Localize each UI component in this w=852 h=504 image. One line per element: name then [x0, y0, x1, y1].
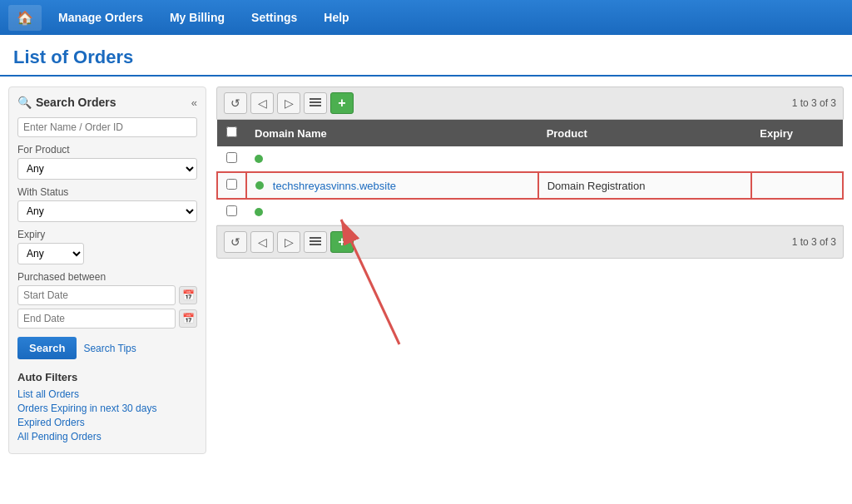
bottom-list-button[interactable] [304, 231, 327, 253]
row2-product-cell: Domain Registration [538, 172, 752, 199]
purchased-between-label: Purchased between [17, 271, 197, 283]
row3-domain-cell [246, 199, 538, 225]
top-navigation: 🏠 Manage Orders My Billing Settings Help [0, 0, 852, 35]
content-area: ↺ ◁ ▷ + 1 to 3 of 3 [216, 86, 844, 454]
row2-domain-cell: techshreyasvinns.website [246, 172, 538, 199]
row2-checkbox[interactable] [226, 179, 237, 190]
row-expiry-cell [751, 146, 843, 172]
main-layout: 🔍 Search Orders « For Product Any With S… [0, 86, 852, 454]
filter-pending[interactable]: All Pending Orders [17, 431, 197, 442]
row3-expiry-cell [751, 199, 843, 225]
col-checkbox [217, 120, 246, 146]
svg-rect-5 [310, 237, 321, 239]
with-status-select[interactable]: Any [17, 200, 197, 222]
expiry-label: Expiry [17, 229, 197, 240]
domain-link[interactable]: techshreyasvinns.website [273, 180, 396, 192]
search-glass-icon: 🔍 [17, 96, 32, 109]
back-button[interactable]: ◁ [250, 92, 274, 114]
svg-rect-7 [310, 244, 321, 245]
search-tips-link[interactable]: Search Tips [83, 343, 136, 354]
name-order-id-input[interactable] [17, 117, 197, 137]
svg-rect-1 [310, 101, 321, 103]
filter-expiring-30[interactable]: Orders Expiring in next 30 days [17, 403, 197, 414]
auto-filters-title: Auto Filters [17, 371, 197, 383]
filter-expired[interactable]: Expired Orders [17, 417, 197, 428]
orders-table: Domain Name Product Expiry [216, 120, 844, 225]
start-date-input[interactable] [17, 285, 176, 305]
refresh-button[interactable]: ↺ [224, 92, 247, 114]
for-product-select[interactable]: Any [17, 158, 197, 180]
add-button[interactable]: + [330, 92, 354, 114]
row-checkbox-cell [217, 146, 246, 172]
row3-status-dot [255, 208, 263, 216]
bottom-back-button[interactable]: ◁ [250, 231, 274, 253]
search-orders-title: 🔍 Search Orders [17, 96, 116, 109]
row2-checkbox-cell [217, 172, 246, 199]
col-domain-name: Domain Name [246, 120, 538, 146]
table-wrapper: Domain Name Product Expiry [216, 120, 844, 225]
end-date-input[interactable] [17, 309, 176, 329]
row-product-cell [538, 146, 752, 172]
svg-rect-0 [310, 98, 321, 100]
for-product-label: For Product [17, 144, 197, 156]
top-toolbar: ↺ ◁ ▷ + 1 to 3 of 3 [216, 86, 844, 120]
nav-help[interactable]: Help [310, 0, 362, 35]
row2-expiry-cell [751, 172, 843, 199]
svg-rect-6 [310, 240, 321, 242]
table-row [217, 199, 843, 225]
row3-checkbox[interactable] [226, 205, 237, 216]
svg-rect-2 [310, 105, 321, 106]
end-date-row: 📅 [17, 309, 197, 329]
toolbar-actions: ↺ ◁ ▷ + [224, 92, 354, 114]
expiry-select[interactable]: Any [17, 243, 84, 264]
bottom-refresh-button[interactable]: ↺ [224, 231, 247, 253]
filter-list-all[interactable]: List all Orders [17, 388, 197, 400]
home-button[interactable]: 🏠 [8, 5, 42, 31]
row3-product-cell [538, 199, 752, 225]
status-dot [255, 155, 263, 163]
row2-status-dot [255, 181, 264, 190]
forward-button[interactable]: ▷ [277, 92, 300, 114]
list-button[interactable] [304, 92, 327, 114]
row-domain-cell [246, 146, 538, 172]
start-date-row: 📅 [17, 285, 197, 305]
sidebar: 🔍 Search Orders « For Product Any With S… [8, 86, 206, 454]
bottom-toolbar-actions: ↺ ◁ ▷ + [224, 231, 354, 253]
search-button[interactable]: Search [17, 337, 77, 359]
start-date-calendar-icon[interactable]: 📅 [179, 286, 197, 304]
nav-settings[interactable]: Settings [238, 0, 310, 35]
table-row [217, 146, 843, 172]
table-row-highlighted: techshreyasvinns.website Domain Registra… [217, 172, 843, 199]
sidebar-header: 🔍 Search Orders « [17, 96, 197, 109]
col-product: Product [538, 120, 752, 146]
bottom-add-button[interactable]: + [330, 231, 354, 253]
col-expiry: Expiry [751, 120, 843, 146]
table-header-row: Domain Name Product Expiry [217, 120, 843, 146]
bottom-toolbar-count: 1 to 3 of 3 [792, 236, 836, 248]
select-all-checkbox[interactable] [226, 126, 237, 137]
sidebar-collapse-button[interactable]: « [191, 96, 197, 109]
end-date-calendar-icon[interactable]: 📅 [179, 309, 197, 328]
page-title: List of Orders [13, 47, 839, 68]
bottom-toolbar: ↺ ◁ ▷ + 1 to 3 of 3 [216, 225, 844, 259]
nav-manage-orders[interactable]: Manage Orders [45, 0, 156, 35]
bottom-forward-button[interactable]: ▷ [277, 231, 300, 253]
search-btn-row: Search Search Tips [17, 337, 197, 359]
row3-checkbox-cell [217, 199, 246, 225]
nav-my-billing[interactable]: My Billing [156, 0, 238, 35]
page-title-area: List of Orders [0, 35, 852, 77]
toolbar-count: 1 to 3 of 3 [792, 97, 836, 109]
row-checkbox[interactable] [226, 152, 237, 163]
with-status-label: With Status [17, 186, 197, 198]
